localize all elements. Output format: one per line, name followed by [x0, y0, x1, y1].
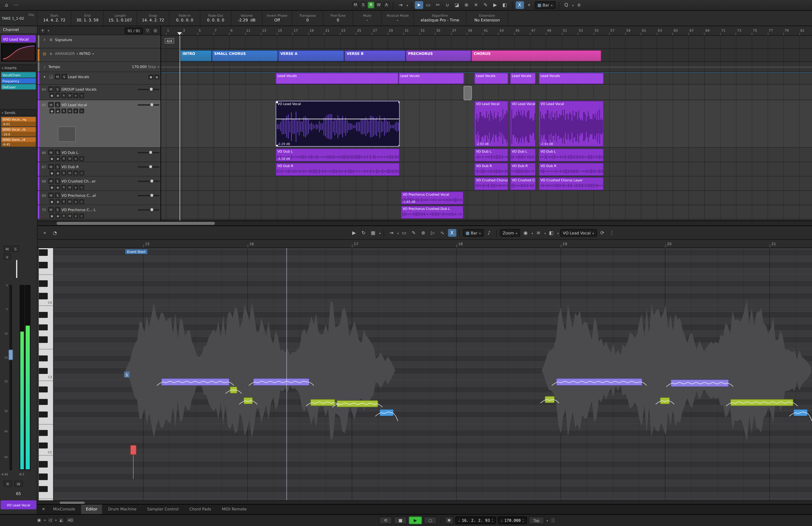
- play-tool-icon[interactable]: ▶: [491, 1, 499, 9]
- read-automation-button[interactable]: R: [61, 156, 66, 161]
- add-track-button[interactable]: +: [39, 27, 46, 34]
- record-button[interactable]: ○: [424, 516, 437, 524]
- snap-type-icon[interactable]: ⌖: [525, 1, 533, 9]
- mute-button[interactable]: M: [48, 207, 54, 213]
- quantize-icon[interactable]: ♪: [485, 229, 493, 237]
- device-icon[interactable]: ⊂: [79, 108, 84, 113]
- inspector-track-name[interactable]: VO Lead Vocal: [1, 35, 36, 42]
- insert-slot[interactable]: Frequency: [1, 78, 36, 84]
- insert-slot[interactable]: VocalChain: [1, 72, 36, 77]
- monitor-icon[interactable]: ◉: [56, 156, 60, 161]
- tempo-curve-mode[interactable]: Step: [148, 64, 156, 69]
- track-vo-lead-vocal[interactable]: 65MSVO Lead Vocal●◉RWe⊂: [38, 100, 161, 148]
- metronome-button[interactable]: ✱: [445, 516, 453, 524]
- monitor-icon[interactable]: ◉: [56, 93, 60, 98]
- folder-part[interactable]: Lead Vocals: [276, 73, 398, 84]
- solo-button[interactable]: S: [55, 102, 60, 107]
- find-tracks-icon[interactable]: ◎: [152, 27, 159, 34]
- info-field-musical-mode[interactable]: Musical Mode-: [382, 11, 414, 26]
- mute-button[interactable]: M: [48, 87, 54, 92]
- playback-tool-icon[interactable]: ▷: [429, 229, 437, 237]
- track-vo-prechorus-c-al[interactable]: 69MSVO Prechorus C...al●◉RWe⊂: [38, 191, 161, 205]
- fader-handle[interactable]: [8, 350, 13, 360]
- info-field-fade-out[interactable]: Fade-Out0. 0. 0. 0: [200, 11, 231, 26]
- automation-r-button[interactable]: R: [368, 2, 374, 8]
- device-icon[interactable]: ⊂: [79, 199, 84, 204]
- device-icon[interactable]: ⊂: [79, 185, 84, 190]
- audio-event[interactable]: VO Dub R: [510, 163, 536, 176]
- monitor-icon[interactable]: ◉: [56, 185, 60, 190]
- audio-event[interactable]: VO Lead Vocal-2.93 dB: [539, 101, 604, 147]
- send-slot[interactable]: SEND Vocal...rb-18.9: [1, 127, 36, 136]
- play-button[interactable]: ▶: [409, 516, 422, 524]
- info-field-extension[interactable]: ExtensionNo Extension: [467, 11, 508, 26]
- audition-icon[interactable]: ▶: [350, 229, 358, 237]
- arranger-section-prechorus[interactable]: PRECHORUS: [406, 50, 471, 61]
- transport-more-icon[interactable]: ⋮: [550, 517, 556, 524]
- timeline-ruler[interactable]: 1357911131517192123252729313335373941434…: [161, 26, 812, 36]
- stop-button[interactable]: ■: [394, 516, 407, 524]
- grid-type-select[interactable]: ▦Bar▾: [463, 229, 484, 237]
- mute-button[interactable]: M: [48, 193, 54, 198]
- audio-event[interactable]: VO Lead Vocal-2.93 dB: [474, 101, 508, 147]
- glue-tool-icon[interactable]: ∪: [443, 1, 451, 9]
- zoom-tool-icon[interactable]: ⊕: [419, 229, 427, 237]
- audio-event[interactable]: VO Crushed Chorus Layer: [539, 177, 604, 190]
- strip-mute-button[interactable]: M: [3, 246, 11, 252]
- tab-mixconsole[interactable]: MixConsole: [48, 504, 80, 514]
- monitor-icon[interactable]: ◉: [155, 74, 159, 79]
- snap-toggle-icon[interactable]: X: [448, 229, 456, 237]
- record-enable-icon[interactable]: ●: [149, 74, 153, 79]
- auto-scroll-icon[interactable]: ⇥: [387, 229, 395, 237]
- edit-channel-button[interactable]: e: [73, 214, 78, 218]
- info-field-mute[interactable]: Mute-: [353, 11, 382, 26]
- smart-controls-icon[interactable]: ◧: [547, 229, 555, 237]
- read-automation-button[interactable]: R: [61, 199, 66, 204]
- audio-event[interactable]: VO Dub L-4.18 dB: [276, 148, 400, 162]
- event-handle[interactable]: [276, 101, 278, 103]
- insert-slot[interactable]: DeEsser: [1, 84, 36, 89]
- edit-channel-button[interactable]: e: [73, 199, 78, 204]
- tab-drum-machine[interactable]: Drum Machine: [103, 504, 141, 514]
- track-signature[interactable]: ♯⚙Signature: [38, 35, 161, 48]
- solo-button[interactable]: S: [55, 87, 60, 92]
- control-room-icon[interactable]: ◉: [36, 517, 42, 523]
- tempo-display[interactable]: ♩170.000▴▾: [498, 516, 527, 524]
- warp-tool-icon[interactable]: ∿: [438, 229, 447, 237]
- record-enable-icon[interactable]: ●: [49, 214, 54, 218]
- monitor-icon[interactable]: ◉: [56, 214, 60, 218]
- read-automation-button[interactable]: R: [61, 171, 66, 175]
- volume-slider[interactable]: [138, 193, 159, 198]
- folder-part[interactable]: Lead Vocals: [474, 73, 508, 84]
- solo-button[interactable]: S: [55, 193, 60, 198]
- toolbar-setup-icon[interactable]: ⋯: [12, 1, 20, 9]
- info-field-length[interactable]: Length15. 1. 0.107: [104, 11, 137, 26]
- arranger-section-verse-a[interactable]: VERSE A: [278, 50, 344, 61]
- arranger-section-verse-b[interactable]: VERSE B: [344, 50, 406, 61]
- mute-button[interactable]: M: [48, 164, 54, 169]
- audio-event[interactable]: VO Crushed Chorus: [510, 177, 536, 190]
- automation-m-button[interactable]: M: [352, 2, 359, 8]
- show-info-icon[interactable]: ▦: [369, 229, 377, 237]
- audition-loop-icon[interactable]: ↻: [359, 229, 368, 237]
- position-display[interactable]: ♩16. 2. 2. 93▴▾: [455, 516, 496, 524]
- write-automation-button[interactable]: W: [68, 156, 72, 161]
- auto-quantize-button[interactable]: AQ: [66, 516, 75, 524]
- audio-event-selected[interactable]: VO Lead Vocal-2.29 dB: [276, 101, 400, 147]
- info-field-fine-tune[interactable]: Fine-Tune0: [323, 11, 353, 26]
- strip-read-button[interactable]: R: [3, 481, 12, 487]
- editor-horizontal-scrollbar-thumb[interactable]: [60, 501, 85, 504]
- draw-tool-icon[interactable]: ✎: [481, 1, 490, 9]
- performance-meter-icon[interactable]: ◭: [58, 517, 64, 523]
- event-handle[interactable]: [398, 101, 400, 103]
- audio-event[interactable]: VO Prechorus Crushed Dub L: [401, 206, 464, 219]
- event-handle[interactable]: [276, 145, 278, 147]
- grid-type-select[interactable]: ▦Bar▾: [535, 1, 555, 9]
- write-automation-button[interactable]: W: [68, 185, 72, 190]
- strip-edit-button[interactable]: e: [3, 253, 11, 260]
- mute-button[interactable]: M: [55, 74, 60, 79]
- track-vo-crushed-ch-er[interactable]: 68MSVO Crushed Ch...er●◉RWe⊂: [38, 176, 161, 191]
- range-selection-tool-icon[interactable]: ▭: [424, 1, 432, 9]
- send-slot[interactable]: SEND Vocal...ng-9.01: [1, 117, 36, 127]
- channel-curve-thumbnail[interactable]: [1, 44, 36, 61]
